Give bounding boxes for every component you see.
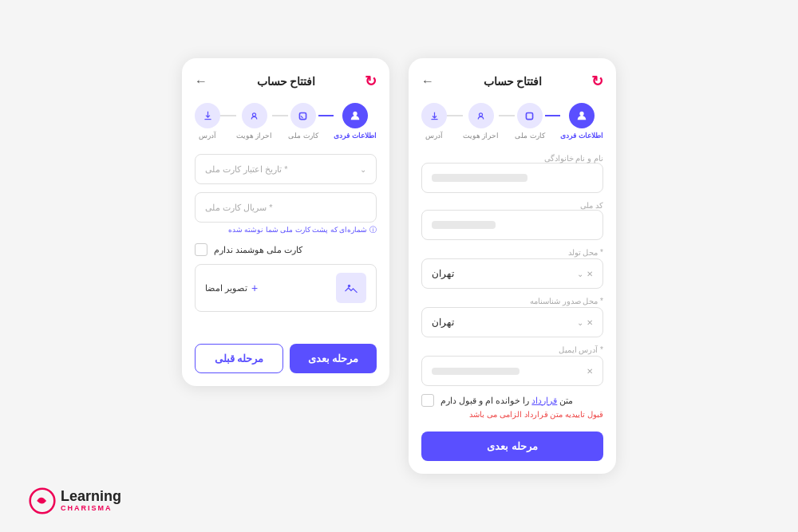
issue-chevron-icon[interactable]: ⌄: [577, 318, 583, 327]
issue-clear-icon[interactable]: ✕: [587, 318, 593, 327]
expiry-date-field[interactable]: ⌄ * تاریخ اعتبار کارت ملی: [195, 154, 377, 184]
birthplace-label: * محل تولد: [421, 248, 603, 257]
step-1-label: آدرس: [199, 132, 216, 140]
serial-field-group: * سریال کارت ملی ⓘ شماره‌ای که پشت کارت …: [195, 192, 377, 235]
name-field[interactable]: [421, 163, 603, 193]
email-value-blur: [432, 368, 519, 375]
top-bar-right: ↻ افتتاح حساب ←: [421, 73, 603, 90]
logo-charisma-text: CHARISMA: [61, 505, 121, 513]
steps-right: اطلاعات فردی کارت ملی احراز هویت: [421, 103, 603, 140]
step-4-circle: [342, 103, 368, 128]
card-right: ↻ افتتاح حساب ← اطلاعات فردی کارت ملی: [409, 58, 616, 474]
birthplace-select[interactable]: ✕ ⌄ تهران: [421, 258, 603, 289]
step-4-label-right: اطلاعات فردی: [560, 132, 603, 140]
serial-hint: ⓘ شماره‌ای که پشت کارت ملی شما نوشته شده: [195, 225, 377, 235]
prev-button-left[interactable]: مرحله قبلی: [195, 344, 283, 373]
email-field-group: * آدرس ایمیل ✕: [421, 345, 603, 386]
step-3-label: کارت ملی: [288, 132, 318, 140]
step-4-left: اطلاعات فردی: [334, 103, 377, 140]
step-1-circle-right: [421, 103, 447, 128]
code-field[interactable]: [421, 210, 603, 240]
svg-line-2: [301, 116, 302, 117]
plus-icon: +: [251, 282, 258, 294]
expiry-date-placeholder: * تاریخ اعتبار کارت ملی: [205, 164, 288, 175]
top-bar-left: ↻ افتتاح حساب ←: [195, 73, 377, 90]
svg-rect-7: [527, 112, 533, 119]
back-button-left[interactable]: ←: [195, 74, 207, 89]
code-value-blur: [432, 221, 496, 229]
svg-point-8: [480, 112, 483, 116]
back-button-right[interactable]: ←: [421, 74, 434, 89]
contract-text: متن قرارداد را خوانده ام و قبول دارم: [440, 396, 573, 406]
issue-select[interactable]: ✕ ⌄ تهران: [421, 307, 603, 337]
card-left-title: افتتاح حساب: [207, 75, 365, 88]
step-4-label: اطلاعات فردی: [334, 132, 377, 140]
chevron-down-icon: ⌄: [360, 165, 366, 174]
birthplace-value: تهران: [432, 268, 454, 279]
step-2-label-right: احراز هویت: [463, 132, 500, 140]
steps-left: اطلاعات فردی کارت ملی احراز هویت: [195, 103, 377, 140]
upload-label-text: + تصویر امضا: [205, 282, 258, 294]
card-left: ↻ افتتاح حساب ← اطلاعات فردی کارت ملی: [182, 58, 389, 386]
logo-text: Learning CHARISMA: [61, 489, 121, 513]
contract-text-after: را خوانده ام و قبول دارم: [440, 396, 531, 405]
step-4-right: اطلاعات فردی: [560, 103, 603, 140]
step-3-right: کارت ملی: [515, 103, 545, 140]
step-2-circle-right: [468, 103, 494, 128]
step-3-circle: [290, 103, 316, 128]
step-1-circle: [195, 103, 220, 128]
svg-point-5: [348, 285, 350, 287]
logo-icon: [29, 487, 56, 514]
step-1-left: آدرس: [195, 103, 220, 140]
issue-label: * محل صدور شناسنامه: [421, 297, 603, 305]
step-2-label: احراز هویت: [236, 132, 273, 140]
upload-area[interactable]: + تصویر امضا: [195, 264, 377, 312]
issue-value: تهران: [432, 317, 454, 328]
email-clear-icon[interactable]: ✕: [587, 367, 593, 376]
step-2-left: احراز هویت: [236, 103, 273, 140]
expiry-field-group: ⌄ * تاریخ اعتبار کارت ملی: [195, 154, 377, 184]
step-2-right: احراز هویت: [463, 103, 500, 140]
code-label: کد ملی: [421, 201, 603, 210]
contract-checkbox[interactable]: [421, 394, 434, 407]
main-container: ↻ افتتاح حساب ← اطلاعات فردی کارت ملی: [0, 42, 798, 490]
birthplace-chevron-icon[interactable]: ⌄: [577, 270, 583, 278]
step-2-circle: [242, 103, 267, 128]
smart-card-checkbox[interactable]: [195, 243, 207, 256]
smart-card-label: کارت ملی هوشمند ندارم: [214, 245, 302, 255]
svg-point-6: [580, 112, 584, 116]
next-button-right[interactable]: مرحله بعدی: [421, 432, 603, 461]
name-field-group: نام و نام خانوادگی: [421, 154, 603, 193]
connector-2-left: [272, 115, 288, 116]
next-button-left[interactable]: مرحله بعدی: [290, 344, 377, 373]
step-3-left: کارت ملی: [288, 103, 318, 140]
svg-point-0: [354, 112, 358, 116]
logo-learning-text: Learning: [61, 489, 121, 505]
email-field[interactable]: ✕: [421, 356, 603, 386]
contract-text-before: متن: [557, 396, 573, 405]
refresh-icon-right[interactable]: ↻: [591, 73, 603, 90]
contract-link[interactable]: قرارداد: [531, 396, 557, 405]
svg-point-3: [253, 112, 256, 116]
connector-1-left: [220, 115, 236, 116]
code-field-group: کد ملی: [421, 201, 603, 240]
btn-row-left: مرحله بعدی مرحله قبلی: [195, 344, 377, 373]
serial-placeholder: * سریال کارت ملی: [205, 203, 272, 213]
serial-hint-text: شماره‌ای که پشت کارت ملی شما نوشته شده: [228, 226, 368, 234]
issue-actions: ✕ ⌄: [577, 318, 593, 327]
birthplace-actions: ✕ ⌄: [577, 270, 593, 278]
svg-rect-1: [300, 112, 306, 119]
refresh-icon-left[interactable]: ↻: [365, 73, 377, 90]
connector-3-left: [318, 115, 334, 116]
name-value-blur: [432, 174, 527, 182]
name-label: نام و نام خانوادگی: [421, 154, 603, 163]
connector-3-right: [545, 115, 561, 116]
step-1-label-right: آدرس: [425, 132, 443, 140]
bottom-logo: Learning CHARISMA: [29, 487, 121, 514]
issue-field-group: * محل صدور شناسنامه ✕ ⌄ تهران: [421, 297, 603, 337]
contract-error: قبول تاییدیه متن قرارداد الزامی می باشد: [421, 410, 603, 419]
serial-field[interactable]: * سریال کارت ملی: [195, 192, 377, 223]
step-3-circle-right: [517, 103, 543, 128]
email-label: * آدرس ایمیل: [421, 345, 603, 354]
birthplace-clear-icon[interactable]: ✕: [587, 270, 593, 278]
